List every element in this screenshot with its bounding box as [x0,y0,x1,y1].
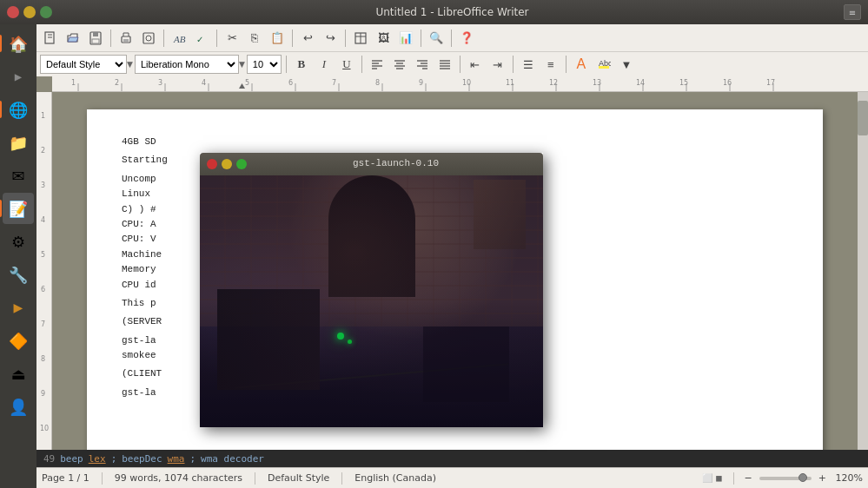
minimize-button[interactable] [23,6,36,18]
new-button[interactable] [40,28,61,49]
char-format-button[interactable]: ▼ [616,54,637,75]
title-bar-right: ≡ [844,4,861,20]
svg-text:✓: ✓ [196,35,203,44]
terminal-maximize-button[interactable] [236,159,247,169]
sidebar-item-home[interactable]: 🏠 [3,28,34,59]
terminal-close-button[interactable] [207,159,217,169]
svg-text:7: 7 [332,79,336,87]
font-dropdown-arrow: ▼ [239,60,245,69]
video-display [200,175,543,427]
svg-text:6: 6 [288,79,293,87]
open-button[interactable] [63,28,83,49]
window-controls[interactable] [7,6,52,18]
sidebar-item-mail[interactable]: ✉ [3,160,34,191]
svg-text:3: 3 [158,79,162,87]
copy-button[interactable]: ⎘ [244,28,265,49]
indent-button[interactable]: ⇥ [487,54,508,75]
preview-button[interactable] [138,28,159,49]
svg-rect-7 [123,39,129,42]
toolbar-row1: ABC ✓ ✂ ⎘ 📋 ↩ ↪ 🖼 📊 🔍 ❓ [36,24,868,52]
svg-text:16: 16 [723,79,732,87]
svg-text:2: 2 [115,79,119,87]
underline-button[interactable]: U [336,54,357,75]
italic-button[interactable]: I [314,54,335,75]
align-center-button[interactable] [389,54,410,75]
sidebar-item-tools[interactable]: 🔧 [3,259,34,290]
view-toggle[interactable]: ≡ [844,4,861,20]
terminal-window-title: gst-launch-0.10 [255,157,536,170]
zoom-slider[interactable] [759,477,812,480]
spell-button[interactable]: ABC [169,28,189,49]
settings-icon: ⚙ [11,233,25,251]
paste-button[interactable]: 📋 [267,28,288,49]
word-count: 99 words, 1074 characters [115,472,242,484]
sidebar-item-files[interactable]: 📁 [3,127,34,158]
print-button[interactable] [116,28,136,49]
align-left-button[interactable] [367,54,388,75]
svg-text:1: 1 [71,79,76,87]
terminal-minimize-button[interactable] [222,159,232,169]
sidebar-item-media[interactable]: ▶ [3,292,34,323]
svg-text:3: 3 [41,181,45,189]
scrollbar-thumb[interactable] [858,101,868,135]
sidebar-item-user[interactable]: 👤 [3,391,34,422]
font-select[interactable]: Liberation Mono [135,55,239,74]
redo-button[interactable]: ↪ [320,28,341,49]
svg-text:17: 17 [766,79,775,87]
highlight-button[interactable]: Abc [593,54,614,75]
page-container: 4GB SD Starting Uncomp Linux 8.1 (GC C) … [52,92,858,457]
format-sep2 [361,56,362,73]
sidebar-item-terminal[interactable]: ▶ [3,61,34,92]
svg-text:10: 10 [40,425,49,432]
list-number-button[interactable]: ≡ [540,54,561,75]
svg-rect-8 [143,33,154,43]
help-button[interactable]: ❓ [456,28,477,49]
undo-button[interactable]: ↩ [297,28,318,49]
separator1 [110,30,111,47]
terminal-window-controls[interactable] [207,159,247,169]
svg-text:5: 5 [41,251,45,259]
size-select[interactable]: 10 [247,55,282,74]
separator6 [421,30,421,47]
spell2-button[interactable]: ✓ [191,28,212,49]
maximize-button[interactable] [40,6,52,18]
color-button[interactable]: A [571,54,592,75]
bold-button[interactable]: B [291,54,312,75]
sidebar-item-eject[interactable]: ⏏ [3,358,34,389]
sidebar-item-vlc[interactable]: 🔶 [3,325,34,356]
list-bullet-button[interactable]: ☰ [518,54,539,75]
bottom-text2: beepDec [122,453,162,465]
sidebar-item-settings[interactable]: ⚙ [3,226,34,257]
svg-text:ABC: ABC [173,34,186,44]
insert-table-button[interactable] [350,28,371,49]
save-button[interactable] [85,28,106,49]
sidebar-item-writer[interactable]: 📝 [3,193,34,224]
home-icon: 🏠 [9,35,28,53]
sidebar-item-browser[interactable]: 🌐 [3,94,34,125]
status-sep1 [102,472,103,485]
cut-button[interactable]: ✂ [222,28,242,49]
bottom-dec2: wma [168,453,185,465]
document-page[interactable]: 4GB SD Starting Uncomp Linux 8.1 (GC C) … [87,109,823,457]
close-button[interactable] [7,6,19,18]
format-sep1 [286,56,287,73]
page-style: Default Style [268,472,329,484]
zoom-in-icon[interactable]: + [818,472,826,484]
find-button[interactable]: 🔍 [426,28,447,49]
eject-icon: ⏏ [10,365,25,383]
style-select[interactable]: Default Style [40,55,127,74]
svg-marker-67 [239,83,245,89]
outdent-button[interactable]: ⇤ [465,54,486,75]
align-justify-button[interactable] [434,54,455,75]
document-scroll-area[interactable]: 4GB SD Starting Uncomp Linux 8.1 (GC C) … [52,92,858,457]
media-icon: ▶ [14,300,23,314]
terminal-window[interactable]: gst-launch-0.10 [200,153,543,427]
insert-chart-button[interactable]: 📊 [395,28,416,49]
zoom-out-icon[interactable]: − [745,472,752,484]
view-icons[interactable]: ⬜ ◼ [702,473,722,483]
align-right-button[interactable] [412,54,433,75]
insert-image-button[interactable]: 🖼 [373,28,394,49]
video-scene [200,175,543,427]
vertical-scrollbar[interactable] [858,92,868,467]
vlc-icon: 🔶 [9,332,28,350]
